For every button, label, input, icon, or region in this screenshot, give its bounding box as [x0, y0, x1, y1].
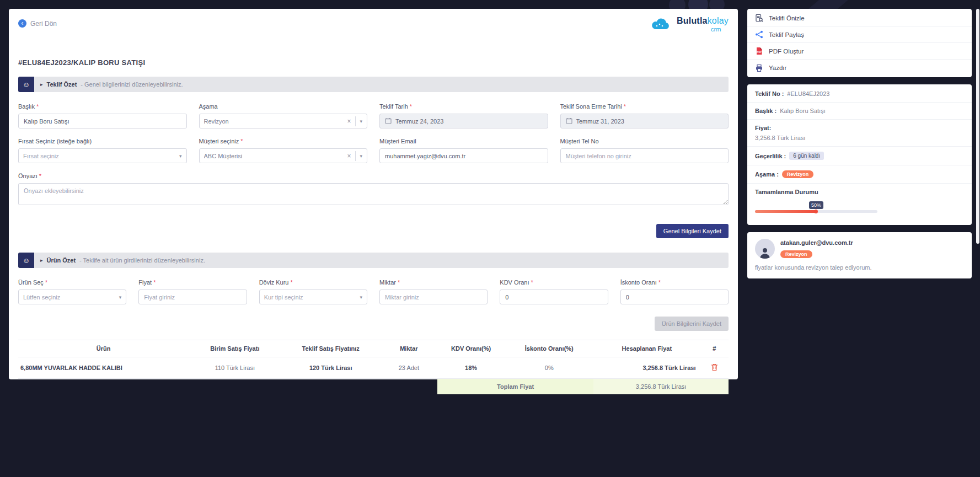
progress-fill [755, 210, 816, 213]
teklif-tarih-input[interactable]: Temmuz 24, 2023 [379, 114, 548, 128]
musteri-email-input[interactable] [379, 148, 548, 163]
quote-summary-card: Teklif No : #ELU84EJ2023 Başlık : Kalıp … [747, 84, 972, 225]
info-row-teklif-no: Teklif No : #ELU84EJ2023 [747, 85, 972, 103]
right-sidebar: Teklifi Önizle Teklif Paylaş PDF PDF Olu… [747, 9, 972, 278]
save-product-info-button[interactable]: Ürün Bilgilerini Kaydet [655, 317, 729, 331]
field-teklif-sona-erme: Teklif Sona Erme Tarihi Temmuz 31, 2023 [560, 103, 729, 128]
card-topbar: ‹ Geri Dön Bulutlakolay crm [18, 14, 729, 40]
chevron-down-icon: ▾ [119, 294, 122, 300]
col-header-teklif-satis: Teklif Satış Fiyatınız [281, 340, 381, 357]
total-value: 3,256.8 Türk Lirası [593, 379, 729, 395]
field-teklif-tarih: Teklif Tarih Temmuz 24, 2023 [379, 103, 548, 128]
fiyat-input[interactable] [138, 290, 247, 304]
table-total-row: Toplam Fiyat 3,256.8 Türk Lirası [18, 379, 729, 395]
general-info-form: Başlık Aşama Revizyon × ▾ Teklif Tarih T… [18, 103, 729, 163]
action-label: Teklifi Önizle [769, 15, 805, 22]
col-header-birim-satis: Birim Satış Fiyatı [189, 340, 281, 357]
progress-track[interactable] [755, 210, 877, 213]
save-general-info-button[interactable]: Genel Bilgileri Kaydet [656, 224, 729, 238]
select-placeholder: Lütfen seçiniz [23, 294, 119, 301]
action-teklifi-onizle[interactable]: Teklifi Önizle [747, 10, 972, 26]
pdf-icon: PDF [754, 47, 763, 55]
brand-sub: crm [677, 26, 729, 33]
stage-badge: Revizyon [782, 170, 814, 178]
kdv-orani-input[interactable] [500, 290, 608, 304]
cell-birim: 110 Türk Lirası [189, 357, 281, 379]
action-yazdir[interactable]: Yazdır [747, 60, 972, 76]
col-header-urun: Ürün [18, 340, 189, 357]
clear-icon[interactable]: × [346, 116, 356, 126]
select-placeholder: Fırsat seçiniz [23, 153, 179, 159]
scrollbar[interactable] [976, 9, 979, 244]
field-firsat: Fırsat Seçiniz (isteğe bağlı) Fırsat seç… [18, 138, 187, 163]
smiley-icon: ☺ [18, 253, 34, 268]
section-desc: - Teklife ait ürün girdilerinizi düzenle… [79, 257, 205, 264]
chevron-down-icon: ▾ [179, 153, 182, 159]
field-label: Teklif Sona Erme Tarihi [560, 103, 729, 110]
field-label: Miktar [379, 279, 488, 286]
brand-name: Bulutlakolay crm [677, 17, 729, 33]
musteri-select[interactable]: ABC Müşterisi × ▾ [199, 148, 368, 163]
baslik-input[interactable] [18, 114, 187, 128]
field-label: Başlık [18, 103, 187, 110]
progress-badge: 50% [809, 201, 823, 209]
section-header-text: ▸ Ürün Özet - Teklife ait ürün girdileri… [34, 253, 729, 268]
info-row-baslik: Başlık : Kalıp Boru Satışı [747, 103, 972, 120]
printer-icon [754, 64, 763, 72]
brand-logo: Bulutlakolay crm [649, 17, 729, 34]
action-label: PDF Oluştur [769, 48, 804, 55]
musteri-tel-input[interactable] [560, 148, 729, 163]
iskonto-orani-input[interactable] [620, 290, 729, 304]
col-header-miktar: Miktar [381, 340, 437, 357]
select-value: ABC Müşterisi [204, 153, 346, 159]
section-header-urun-ozet: ☺ ▸ Ürün Özet - Teklife ait ürün girdile… [18, 253, 729, 268]
info-value: #ELU84EJ2023 [787, 90, 829, 97]
chevron-down-icon: ▾ [360, 153, 362, 159]
back-button[interactable]: ‹ Geri Dön [18, 19, 57, 28]
field-label: Aşama [199, 103, 368, 110]
clear-icon[interactable]: × [346, 151, 356, 161]
field-kdv-orani: KDV Oranı [500, 279, 608, 304]
table-header-row: Ürün Birim Satış Fiyatı Teklif Satış Fiy… [18, 340, 729, 357]
reviewer-note: fiyatlar konusunda revizyon talep ediyor… [755, 264, 964, 271]
field-asama: Aşama Revizyon × ▾ [199, 103, 368, 128]
back-label: Geri Dön [30, 20, 57, 28]
info-row-asama: Aşama : Revizyon [747, 165, 972, 184]
section-title: Teklif Özet [47, 81, 77, 88]
teklif-sona-erme-input[interactable]: Temmuz 31, 2023 [560, 114, 729, 128]
info-label: Tamamlanma Durumu [755, 189, 964, 195]
person-icon [759, 246, 771, 259]
info-label: Aşama : [755, 171, 779, 178]
firsat-select[interactable]: Fırsat seçiniz ▾ [18, 148, 187, 163]
field-label: KDV Oranı [500, 279, 608, 286]
quote-editor-card: ‹ Geri Dön Bulutlakolay crm #ELU84EJ2023… [9, 9, 738, 379]
field-urun-sec: Ürün Seç Lütfen seçiniz ▾ [18, 279, 126, 304]
col-header-hesaplanan: Hesaplanan Fiyat [593, 340, 700, 357]
asama-select[interactable]: Revizyon × ▾ [199, 114, 368, 128]
info-label: Fiyat: [755, 125, 964, 131]
brand-part2: kolay [708, 16, 729, 25]
info-label: Geçerlilik : [755, 153, 786, 159]
select-placeholder: Kur tipi seçiniz [264, 294, 360, 301]
urun-sec-select[interactable]: Lütfen seçiniz ▾ [18, 290, 126, 304]
doviz-kuru-select[interactable]: Kur tipi seçiniz ▾ [259, 290, 367, 304]
info-label: Başlık : [755, 108, 776, 114]
product-form: Ürün Seç Lütfen seçiniz ▾ Fiyat Döviz Ku… [18, 279, 729, 304]
delete-row-button[interactable] [711, 363, 718, 371]
chevron-down-icon: ▾ [360, 294, 362, 300]
action-label: Teklif Paylaş [769, 31, 804, 38]
reviewer-stage-badge: Revizyon [780, 250, 812, 258]
onyazi-textarea[interactable] [18, 183, 729, 205]
action-pdf-olustur[interactable]: PDF PDF Oluştur [747, 43, 972, 60]
section-desc: - Genel bilgilerinizi düzenleyebilirsini… [81, 81, 183, 88]
date-value: Temmuz 31, 2023 [576, 118, 624, 125]
field-onyazi: Önyazı [18, 173, 729, 205]
chevron-down-icon: ▾ [360, 119, 362, 124]
cell-kdv: 18% [437, 357, 505, 379]
cell-iskonto: 0% [505, 357, 593, 379]
preview-icon [754, 14, 763, 22]
action-teklif-paylas[interactable]: Teklif Paylaş [747, 26, 972, 43]
action-label: Yazdır [769, 65, 786, 71]
cell-urun: 6,80MM YUVARLAK HADDE KALIBI [18, 357, 189, 379]
miktar-input[interactable] [379, 290, 488, 304]
